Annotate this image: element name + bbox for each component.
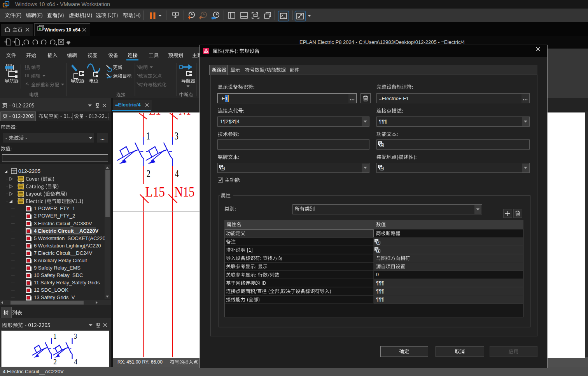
- svg-text:2: 2: [147, 168, 150, 179]
- svg-text:1: 1: [53, 332, 56, 340]
- svg-text:2: 2: [53, 358, 57, 366]
- svg-text:L15: L15: [145, 184, 165, 200]
- svg-text:N15: N15: [175, 184, 195, 200]
- svg-text:4: 4: [74, 358, 77, 366]
- svg-text:4: 4: [175, 168, 179, 179]
- svg-text:3: 3: [175, 130, 178, 142]
- svg-text:N1: N1: [179, 113, 191, 118]
- svg-text:L1: L1: [149, 113, 161, 118]
- svg-text:1: 1: [146, 130, 150, 142]
- svg-text:3: 3: [74, 332, 77, 340]
